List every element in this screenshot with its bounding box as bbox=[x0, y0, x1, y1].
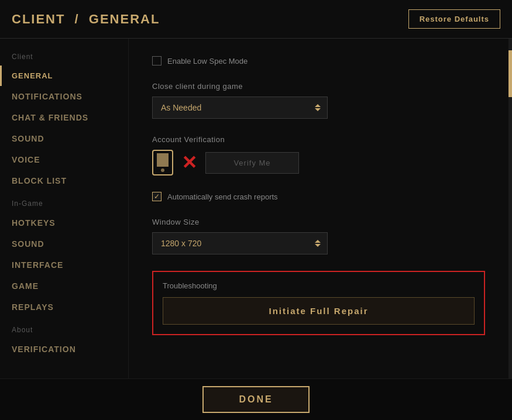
page-title: CLIENT / GENERAL bbox=[12, 12, 160, 27]
content-scroll-wrapper: Enable Low Spec Mode Close client during… bbox=[129, 39, 512, 378]
account-verification-label: Account Verification bbox=[152, 135, 485, 144]
sidebar-item-verification[interactable]: VERIFICATION bbox=[0, 339, 128, 360]
header: CLIENT / GENERAL Restore Defaults bbox=[0, 0, 512, 39]
phone-button-dot bbox=[161, 168, 164, 172]
account-verification-section: Account Verification ✕ Verify Me bbox=[152, 135, 485, 175]
sidebar-item-general[interactable]: GENERAL bbox=[0, 66, 128, 86]
verify-me-button[interactable]: Verify Me bbox=[205, 152, 299, 174]
main-layout: Client GENERAL NOTIFICATIONS CHAT & FRIE… bbox=[0, 39, 512, 378]
sidebar-ingame-group: In-Game bbox=[0, 191, 128, 212]
sidebar-item-sound-ig[interactable]: SOUND bbox=[0, 233, 128, 254]
low-spec-row: Enable Low Spec Mode bbox=[152, 56, 485, 66]
phone-icon bbox=[152, 150, 173, 175]
initiate-full-repair-button[interactable]: Initiate Full Repair bbox=[163, 297, 475, 325]
title-client: CLIENT bbox=[12, 12, 65, 26]
done-button[interactable]: DONE bbox=[202, 386, 309, 413]
sidebar-item-block-list[interactable]: BLOCK LIST bbox=[0, 170, 128, 191]
troubleshooting-section: Troubleshooting Initiate Full Repair bbox=[152, 271, 485, 335]
close-client-select-wrapper: As Needed Always Never bbox=[152, 97, 328, 119]
content-area: Enable Low Spec Mode Close client during… bbox=[129, 39, 508, 378]
restore-defaults-button[interactable]: Restore Defaults bbox=[408, 9, 500, 29]
close-client-row: Close client during game As Needed Alway… bbox=[152, 82, 485, 119]
window-size-label: Window Size bbox=[152, 218, 485, 226]
footer: DONE bbox=[0, 378, 512, 420]
sidebar-item-sound[interactable]: SOUND bbox=[0, 128, 128, 149]
low-spec-checkbox[interactable] bbox=[152, 56, 161, 66]
checkmark-icon: ✓ bbox=[154, 193, 160, 200]
sidebar-item-notifications[interactable]: NOTIFICATIONS bbox=[0, 86, 128, 107]
sidebar-client-group: Client bbox=[0, 44, 128, 66]
sidebar-item-game[interactable]: GAME bbox=[0, 276, 128, 297]
window-size-select-wrapper: 1280 x 720 1600 x 900 1920 x 1080 bbox=[152, 232, 328, 254]
title-slash: / bbox=[75, 12, 80, 26]
sidebar-item-chat-friends[interactable]: CHAT & FRIENDS bbox=[0, 107, 128, 128]
window-size-select[interactable]: 1280 x 720 1600 x 900 1920 x 1080 bbox=[152, 232, 328, 254]
verification-row: ✕ Verify Me bbox=[152, 150, 485, 175]
sidebar: Client GENERAL NOTIFICATIONS CHAT & FRIE… bbox=[0, 39, 129, 378]
title-general: GENERAL bbox=[89, 12, 160, 26]
sidebar-item-voice[interactable]: VOICE bbox=[0, 149, 128, 170]
low-spec-label: Enable Low Spec Mode bbox=[167, 57, 248, 66]
crash-reports-checkbox[interactable]: ✓ bbox=[152, 192, 161, 201]
crash-reports-label: Automatically send crash reports bbox=[167, 192, 278, 201]
troubleshooting-label: Troubleshooting bbox=[163, 281, 475, 290]
close-client-label: Close client during game bbox=[152, 82, 485, 91]
phone-screen bbox=[157, 153, 169, 167]
crash-reports-row: ✓ Automatically send crash reports bbox=[152, 192, 485, 201]
sidebar-item-replays[interactable]: REPLAYS bbox=[0, 297, 128, 318]
x-mark-icon: ✕ bbox=[181, 153, 197, 172]
sidebar-about-group: About bbox=[0, 318, 128, 339]
scroll-thumb bbox=[508, 50, 512, 97]
close-client-select[interactable]: As Needed Always Never bbox=[152, 97, 328, 119]
window-size-row: Window Size 1280 x 720 1600 x 900 1920 x… bbox=[152, 218, 485, 254]
sidebar-item-interface[interactable]: INTERFACE bbox=[0, 254, 128, 276]
sidebar-item-hotkeys[interactable]: HOTKEYS bbox=[0, 212, 128, 233]
scroll-track bbox=[508, 39, 512, 378]
